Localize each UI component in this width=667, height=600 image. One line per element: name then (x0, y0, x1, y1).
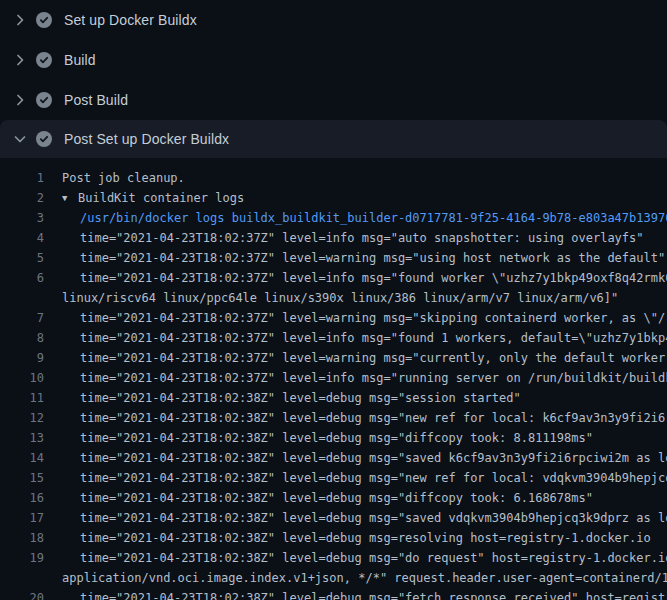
log-line: 13 time="2021-04-23T18:02:38Z" level=deb… (0, 428, 667, 448)
log-line-number[interactable]: 12 (0, 408, 44, 428)
step-set-up-docker-buildx[interactable]: Set up Docker Buildx (0, 0, 667, 40)
log-line-number[interactable]: 16 (0, 488, 44, 508)
log-group-toggle[interactable]: ▼BuildKit container logs (62, 188, 667, 208)
log-line-number[interactable]: 9 (0, 348, 44, 368)
log-output-pane: 1 Post job cleanup. 2 ▼BuildKit containe… (0, 158, 667, 600)
step-build[interactable]: Build (0, 40, 667, 80)
job-steps-list: Set up Docker Buildx Build Post Build Po… (0, 0, 667, 158)
log-line: 16 time="2021-04-23T18:02:38Z" level=deb… (0, 488, 667, 508)
log-line-number[interactable]: 6 (0, 268, 44, 288)
log-line-number[interactable]: 18 (0, 528, 44, 548)
log-line-text: time="2021-04-23T18:02:38Z" level=debug … (62, 408, 667, 428)
step-post-build[interactable]: Post Build (0, 80, 667, 120)
log-line-text: time="2021-04-23T18:02:38Z" level=debug … (62, 588, 667, 600)
chevron-right-icon (12, 92, 28, 108)
log-group-header: 2 ▼BuildKit container logs (0, 188, 667, 208)
step-post-set-up-docker-buildx[interactable]: Post Set up Docker Buildx (0, 120, 667, 158)
log-line-text: time="2021-04-23T18:02:37Z" level=info m… (62, 328, 667, 348)
log-line-number[interactable]: 15 (0, 468, 44, 488)
check-circle-icon (36, 92, 52, 108)
log-line-text: time="2021-04-23T18:02:38Z" level=debug … (62, 428, 667, 448)
log-line: 4 time="2021-04-23T18:02:37Z" level=info… (0, 228, 667, 248)
log-line-number[interactable]: 14 (0, 448, 44, 468)
log-line-number[interactable]: 7 (0, 308, 44, 328)
log-line-text: time="2021-04-23T18:02:37Z" level=info m… (62, 368, 667, 388)
log-line: 1 Post job cleanup. (0, 168, 667, 188)
log-line: 12 time="2021-04-23T18:02:38Z" level=deb… (0, 408, 667, 428)
log-line: 17 time="2021-04-23T18:02:38Z" level=deb… (0, 508, 667, 528)
log-line-number[interactable]: 4 (0, 228, 44, 248)
log-line: 19 time="2021-04-23T18:02:38Z" level=deb… (0, 548, 667, 568)
log-line: 10 time="2021-04-23T18:02:37Z" level=inf… (0, 368, 667, 388)
log-line-number[interactable]: 2 (0, 188, 44, 208)
log-line-wrap-continuation: application/vnd.oci.image.index.v1+json,… (0, 568, 667, 588)
step-title: Build (64, 52, 96, 68)
log-line-text: time="2021-04-23T18:02:38Z" level=debug … (62, 528, 667, 548)
chevron-right-icon (12, 12, 28, 28)
log-line-text: time="2021-04-23T18:02:38Z" level=debug … (62, 388, 667, 408)
log-line-text: time="2021-04-23T18:02:38Z" level=debug … (62, 508, 667, 528)
log-line-text: time="2021-04-23T18:02:37Z" level=warnin… (62, 308, 667, 328)
check-circle-icon (36, 52, 52, 68)
chevron-down-icon (12, 131, 28, 147)
log-line-number (0, 568, 44, 588)
log-line-number[interactable]: 19 (0, 548, 44, 568)
log-line-number[interactable]: 5 (0, 248, 44, 268)
log-line-text: time="2021-04-23T18:02:37Z" level=info m… (62, 268, 667, 288)
log-line: 20 time="2021-04-23T18:02:38Z" level=deb… (0, 588, 667, 600)
log-line: 15 time="2021-04-23T18:02:38Z" level=deb… (0, 468, 667, 488)
log-line: 14 time="2021-04-23T18:02:38Z" level=deb… (0, 448, 667, 468)
log-line-text: time="2021-04-23T18:02:37Z" level=warnin… (62, 248, 667, 268)
step-title: Set up Docker Buildx (64, 12, 197, 28)
log-line-number (0, 288, 44, 308)
log-command-text: /usr/bin/docker logs buildx_buildkit_bui… (62, 208, 667, 228)
log-line-text: linux/riscv64 linux/ppc64le linux/s390x … (62, 288, 667, 308)
log-line: 3 /usr/bin/docker logs buildx_buildkit_b… (0, 208, 667, 228)
log-line-text: time="2021-04-23T18:02:38Z" level=debug … (62, 548, 667, 568)
log-line-text: time="2021-04-23T18:02:37Z" level=info m… (62, 228, 667, 248)
log-line-text: time="2021-04-23T18:02:37Z" level=warnin… (62, 348, 667, 368)
log-line: 7 time="2021-04-23T18:02:37Z" level=warn… (0, 308, 667, 328)
log-line-wrap-continuation: linux/riscv64 linux/ppc64le linux/s390x … (0, 288, 667, 308)
log-line: 18 time="2021-04-23T18:02:38Z" level=deb… (0, 528, 667, 548)
log-line: 5 time="2021-04-23T18:02:37Z" level=warn… (0, 248, 667, 268)
log-line-number[interactable]: 20 (0, 588, 44, 600)
chevron-right-icon (12, 52, 28, 68)
log-line: 9 time="2021-04-23T18:02:37Z" level=warn… (0, 348, 667, 368)
log-line: 11 time="2021-04-23T18:02:38Z" level=deb… (0, 388, 667, 408)
log-line-text: time="2021-04-23T18:02:38Z" level=debug … (62, 488, 667, 508)
log-line-number[interactable]: 13 (0, 428, 44, 448)
check-circle-icon (36, 131, 52, 147)
log-line-number[interactable]: 11 (0, 388, 44, 408)
log-line-number[interactable]: 1 (0, 168, 44, 188)
log-group-label: BuildKit container logs (78, 191, 244, 205)
check-circle-icon (36, 12, 52, 28)
log-line-number[interactable]: 17 (0, 508, 44, 528)
log-line-text: application/vnd.oci.image.index.v1+json,… (62, 568, 667, 588)
log-line-text: time="2021-04-23T18:02:38Z" level=debug … (62, 448, 667, 468)
log-line-number[interactable]: 8 (0, 328, 44, 348)
log-line-text: Post job cleanup. (62, 168, 667, 188)
log-line: 6 time="2021-04-23T18:02:37Z" level=info… (0, 268, 667, 288)
step-title: Post Build (64, 92, 128, 108)
group-expanded-caret-icon[interactable]: ▼ (62, 188, 78, 208)
step-title: Post Set up Docker Buildx (64, 131, 229, 147)
log-line-text: time="2021-04-23T18:02:38Z" level=debug … (62, 468, 667, 488)
log-line: 8 time="2021-04-23T18:02:37Z" level=info… (0, 328, 667, 348)
log-line-number[interactable]: 10 (0, 368, 44, 388)
log-line-number[interactable]: 3 (0, 208, 44, 228)
